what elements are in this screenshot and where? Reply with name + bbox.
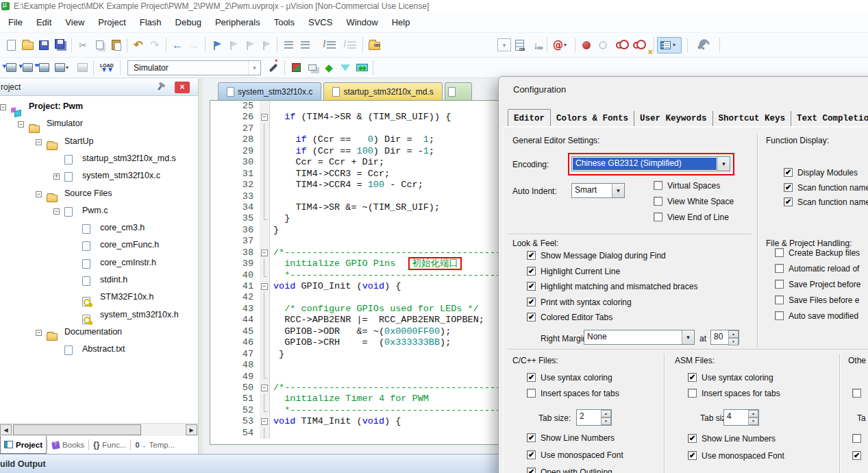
next-bookmark-button[interactable] xyxy=(241,38,258,53)
scroll-right-button[interactable]: ▶ xyxy=(186,424,197,435)
checkbox-row-show-line-numbers[interactable]: ✔Show Line Numbers xyxy=(527,433,623,450)
expand-icon[interactable]: + xyxy=(53,173,60,180)
menu-project[interactable]: Project xyxy=(91,14,132,30)
paste-button[interactable] xyxy=(108,38,124,53)
dialog-tab-text-completion[interactable]: Text Completion xyxy=(791,111,868,127)
checkbox[interactable] xyxy=(654,197,662,206)
fold-margin[interactable]: − xyxy=(260,247,270,258)
checkbox[interactable] xyxy=(775,311,784,320)
checkbox[interactable]: ✔ xyxy=(527,267,536,276)
checkbox-row-use-syntax-coloring[interactable]: ✔Use syntax coloring xyxy=(527,373,619,389)
checkbox-row-scan-function-name[interactable]: ✔Scan function name xyxy=(784,183,868,198)
navigate-forward-button[interactable]: → xyxy=(186,38,202,53)
scrollbar-thumb[interactable] xyxy=(13,424,141,435)
find-in-files-button[interactable] xyxy=(366,38,382,53)
checkbox-row-automatic-reload-of[interactable]: Automatic reload of xyxy=(775,264,860,280)
checkbox[interactable]: ✔ xyxy=(784,197,793,206)
checkbox-row-show-line-numbers[interactable]: ✔Show Line Numbers xyxy=(688,434,784,451)
cpp-tab-size-spinner[interactable]: 2 ▲▼ xyxy=(576,409,612,426)
navigate-back-button[interactable]: ← xyxy=(169,38,186,53)
panel-tab-func[interactable]: {}Func... xyxy=(90,436,130,454)
checkbox[interactable] xyxy=(775,295,784,304)
fold-margin[interactable]: − xyxy=(260,383,270,393)
incremental-find-button[interactable]: ↓ xyxy=(528,38,544,53)
indent-right-button[interactable] xyxy=(280,38,297,53)
editor-tab-hidden[interactable] xyxy=(445,82,472,100)
close-panel-button[interactable]: × xyxy=(175,82,190,93)
dialog-tab-colors-fonts[interactable]: Colors & Fonts xyxy=(551,111,634,127)
checkbox[interactable]: ✔ xyxy=(784,183,793,192)
fold-collapse-icon[interactable]: − xyxy=(261,114,268,121)
disable-all-breakpoints-button[interactable] xyxy=(611,38,628,53)
checkbox[interactable] xyxy=(852,434,861,443)
fold-collapse-icon[interactable]: − xyxy=(261,283,268,290)
checkbox[interactable] xyxy=(527,389,536,398)
save-button[interactable] xyxy=(36,38,52,53)
checkbox[interactable]: ✔ xyxy=(527,468,536,473)
options-for-target-button[interactable] xyxy=(265,60,282,75)
previous-bookmark-button[interactable] xyxy=(225,38,241,53)
tree-item-system-stm32f10x-h[interactable]: system_stm32f10x.h xyxy=(0,307,8,324)
panel-tab-project[interactable]: Project xyxy=(0,436,47,454)
margin-column-spinner[interactable]: 80 ▲▼ xyxy=(710,330,739,345)
scroll-left-button[interactable]: ◀ xyxy=(0,424,12,435)
undo-button[interactable]: ↶ xyxy=(130,38,147,53)
tree-item-simulator[interactable]: −Simulator xyxy=(0,116,11,133)
cut-button[interactable]: ✂ xyxy=(75,38,91,53)
tree-item-stm32f10x-h[interactable]: STM32F10x.h xyxy=(0,289,8,306)
configure-tools-button[interactable] xyxy=(693,38,710,53)
comment-selection-button[interactable] xyxy=(323,38,339,53)
checkbox-row-virtual-spaces[interactable]: Virtual Spaces xyxy=(654,181,734,197)
download-button[interactable]: LOAD▼▼ xyxy=(97,60,117,75)
target-selector[interactable]: Simulator ▾ xyxy=(127,60,261,75)
checkbox-row-create-backup-files[interactable]: Create Backup files xyxy=(775,248,860,264)
collapse-icon[interactable]: − xyxy=(36,139,42,145)
right-margin-combo[interactable]: None ▼ xyxy=(584,330,695,345)
checkbox[interactable]: ✔ xyxy=(527,298,536,306)
checkbox[interactable]: ✔ xyxy=(527,450,536,459)
checkbox-row-print-with-syntax-coloring[interactable]: ✔Print with syntax coloring xyxy=(527,298,697,313)
menu-tools[interactable]: Tools xyxy=(267,14,301,30)
checkbox-row-display-modules[interactable]: ✔Display Modules xyxy=(784,168,868,183)
panel-tab-temp[interactable]: 0→Temp... xyxy=(132,436,178,454)
build-button[interactable] xyxy=(19,60,36,75)
select-software-packs-button[interactable] xyxy=(337,60,354,75)
tree-item-documentation[interactable]: −Documentation xyxy=(0,324,11,341)
editor-tab-system_stm32f10x.c[interactable]: system_stm32f10x.c xyxy=(218,82,321,100)
menu-debug[interactable]: Debug xyxy=(169,14,208,30)
kill-all-breakpoints-button[interactable]: ▾ xyxy=(628,38,651,53)
checkbox[interactable] xyxy=(775,248,784,257)
checkbox[interactable] xyxy=(654,213,662,221)
checkbox-row-colored-editor-tabs[interactable]: ✔Colored Editor Tabs xyxy=(527,313,697,328)
open-file-button[interactable] xyxy=(19,38,36,53)
other-checkbox-1[interactable] xyxy=(852,389,861,398)
multi-project-button[interactable]: ◆ xyxy=(321,60,337,75)
collapse-icon[interactable]: − xyxy=(36,330,42,336)
collapse-icon[interactable]: − xyxy=(53,208,60,215)
fold-collapse-icon[interactable]: − xyxy=(261,250,268,256)
tree-item-startup[interactable]: −StartUp xyxy=(0,134,11,151)
checkbox[interactable] xyxy=(775,280,784,289)
checkbox[interactable] xyxy=(654,181,662,190)
checkbox[interactable] xyxy=(775,264,784,273)
checkbox[interactable]: ✔ xyxy=(688,451,697,460)
dialog-tab-shortcut-keys[interactable]: Shortcut Keys xyxy=(713,111,792,127)
checkbox-row-use-monospaced-font[interactable]: ✔Use monospaced Font xyxy=(688,451,784,468)
menu-peripherals[interactable]: Peripherals xyxy=(208,14,267,30)
pack-installer-button[interactable]: ◆◆ xyxy=(354,60,370,75)
other-checkbox-2[interactable] xyxy=(852,434,861,443)
checkbox-row-scan-function-name[interactable]: ✔Scan function name xyxy=(784,197,868,213)
batch-build-button[interactable]: ▾ xyxy=(52,60,74,75)
copy-button[interactable] xyxy=(91,38,108,53)
tree-item-project-pwm[interactable]: −Project: Pwm xyxy=(0,99,10,116)
checkbox[interactable]: ✔ xyxy=(527,251,536,260)
collapse-icon[interactable]: − xyxy=(36,191,42,197)
other-checkbox-3[interactable]: ✔ xyxy=(852,451,861,460)
fold-margin[interactable]: − xyxy=(260,416,270,427)
fold-margin[interactable]: − xyxy=(260,112,270,123)
save-all-button[interactable] xyxy=(52,38,69,53)
checkbox-row-highlight-matching-and-mismatched-braces[interactable]: ✔Highlight matching and mismatched brace… xyxy=(527,282,697,298)
checkbox-row-view-white-space[interactable]: View White Space xyxy=(654,197,734,213)
menu-window[interactable]: Window xyxy=(339,14,384,30)
toggle-bookmark-button[interactable] xyxy=(208,38,225,53)
